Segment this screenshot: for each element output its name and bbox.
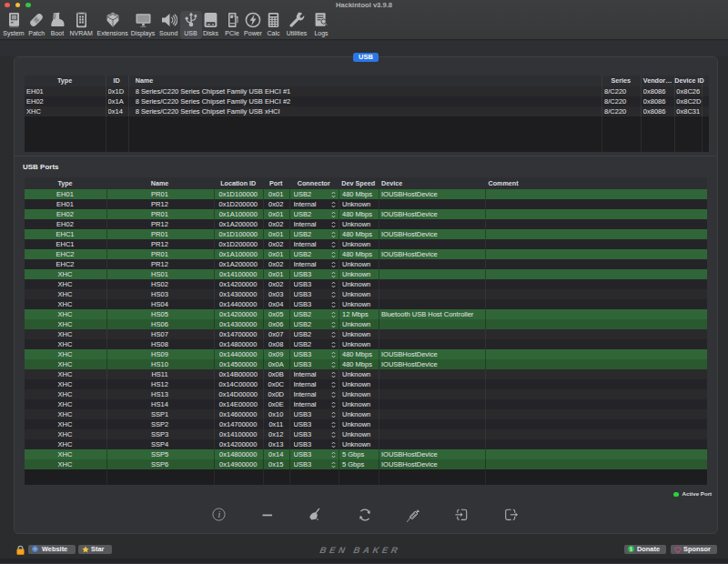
svg-text:i: i xyxy=(217,509,220,519)
